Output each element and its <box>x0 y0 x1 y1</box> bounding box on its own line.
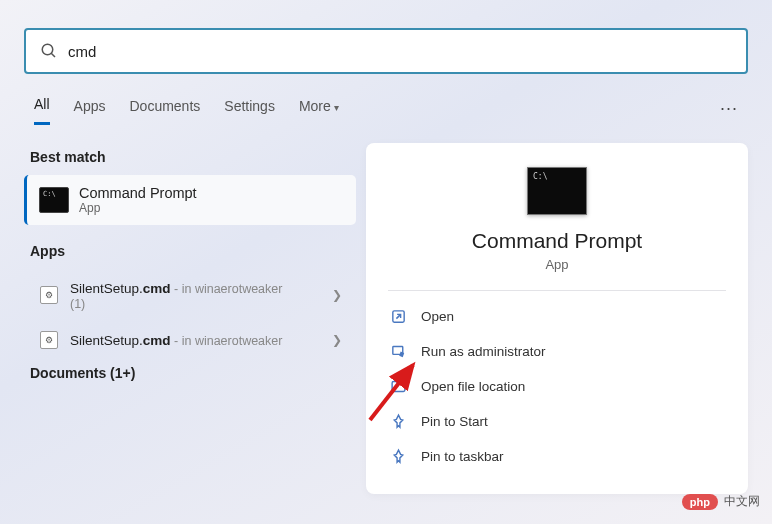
app-result-name: SilentSetup.cmd - in winaerotweaker <box>70 333 282 348</box>
watermark-badge: php <box>682 494 718 510</box>
watermark-text: 中文网 <box>724 493 760 510</box>
app-result-row[interactable]: ⚙ SilentSetup.cmd - in winaerotweaker ❯ <box>24 321 356 359</box>
chevron-right-icon: ❯ <box>332 288 342 302</box>
cmd-file-icon: ⚙ <box>40 286 58 304</box>
results-column: Best match C:\ Command Prompt App Apps ⚙… <box>24 143 356 494</box>
section-documents: Documents (1+) <box>30 365 356 381</box>
open-icon <box>390 308 407 325</box>
tab-apps[interactable]: Apps <box>74 94 106 124</box>
tab-settings[interactable]: Settings <box>224 94 275 124</box>
app-result-name: SilentSetup.cmd - in winaerotweaker <box>70 281 282 296</box>
action-label: Pin to Start <box>421 414 488 429</box>
search-bar[interactable] <box>24 28 748 74</box>
tab-more-label: More <box>299 98 331 114</box>
svg-point-0 <box>42 44 53 55</box>
preview-title: Command Prompt <box>388 229 726 253</box>
svg-line-1 <box>51 53 55 57</box>
watermark: php 中文网 <box>682 493 760 510</box>
preview-subtitle: App <box>388 257 726 272</box>
best-match-title: Command Prompt <box>79 185 348 201</box>
best-match-result[interactable]: C:\ Command Prompt App <box>24 175 356 225</box>
cmd-file-icon: ⚙ <box>40 331 58 349</box>
filter-tabs: All Apps Documents Settings More▾ ··· <box>0 92 772 125</box>
action-pin-to-taskbar[interactable]: Pin to taskbar <box>388 439 726 474</box>
section-best-match: Best match <box>30 149 356 165</box>
action-open[interactable]: Open <box>388 299 726 334</box>
action-label: Open <box>421 309 454 324</box>
search-icon <box>40 42 58 60</box>
pin-icon <box>390 448 407 465</box>
action-label: Run as administrator <box>421 344 546 359</box>
admin-icon <box>390 343 407 360</box>
tab-all[interactable]: All <box>34 92 50 125</box>
folder-icon <box>390 378 407 395</box>
search-input[interactable] <box>68 43 732 60</box>
action-label: Pin to taskbar <box>421 449 504 464</box>
tab-documents[interactable]: Documents <box>129 94 200 124</box>
action-pin-to-start[interactable]: Pin to Start <box>388 404 726 439</box>
action-open-file-location[interactable]: Open file location <box>388 369 726 404</box>
app-result-count: (1) <box>70 297 332 311</box>
action-label: Open file location <box>421 379 525 394</box>
app-result-row[interactable]: ⚙ SilentSetup.cmd - in winaerotweaker (1… <box>24 269 356 321</box>
best-match-subtitle: App <box>79 201 348 215</box>
chevron-right-icon: ❯ <box>332 333 342 347</box>
overflow-menu-button[interactable]: ··· <box>720 98 738 119</box>
divider <box>388 290 726 291</box>
tab-more[interactable]: More▾ <box>299 94 339 124</box>
preview-app-icon: C:\ <box>527 167 587 215</box>
section-apps: Apps <box>30 243 356 259</box>
pin-icon <box>390 413 407 430</box>
chevron-down-icon: ▾ <box>334 102 339 113</box>
action-run-as-admin[interactable]: Run as administrator <box>388 334 726 369</box>
command-prompt-icon: C:\ <box>39 187 69 213</box>
preview-panel: C:\ Command Prompt App Open Run as admin… <box>366 143 748 494</box>
